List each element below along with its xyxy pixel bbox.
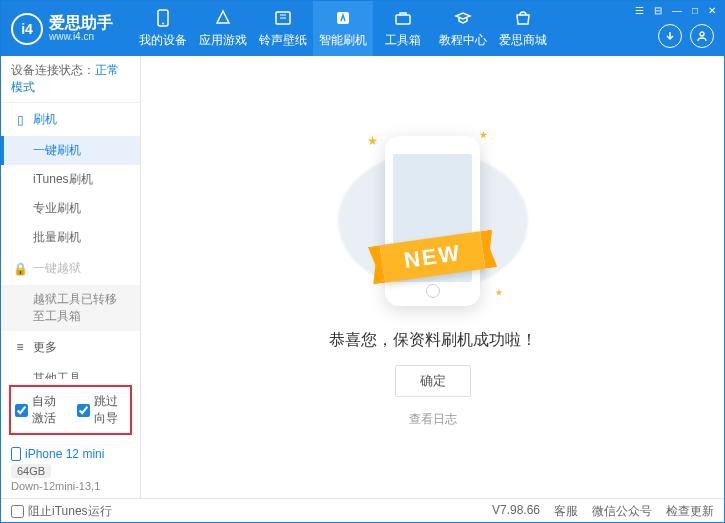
svg-rect-4 — [396, 15, 410, 24]
app-header: i4 爱思助手 www.i4.cn 我的设备 应用游戏 铃声壁纸 智能刷机 工具… — [1, 1, 724, 56]
conn-label: 设备连接状态： — [11, 63, 95, 77]
menu-icon[interactable]: ☰ — [635, 5, 644, 16]
brand-subtitle: www.i4.cn — [49, 31, 113, 42]
success-illustration: NEW — [358, 126, 508, 316]
sidebar-item-itunes[interactable]: iTunes刷机 — [1, 165, 140, 194]
group-label: 更多 — [33, 339, 57, 356]
device-phone-icon — [11, 447, 21, 461]
customer-service-link[interactable]: 客服 — [554, 503, 578, 520]
jailbreak-notice: 越狱工具已转移至工具箱 — [1, 285, 140, 331]
store-icon — [513, 8, 533, 28]
nav-label: 铃声壁纸 — [259, 32, 307, 49]
tutorial-icon — [453, 8, 473, 28]
maximize-icon[interactable]: □ — [692, 5, 698, 16]
device-model: Down-12mini-13,1 — [11, 480, 130, 492]
nav-label: 智能刷机 — [319, 32, 367, 49]
download-icon[interactable] — [658, 24, 682, 48]
device-capacity: 64GB — [11, 464, 51, 478]
sidebar-group-more[interactable]: ≡ 更多 — [1, 331, 140, 364]
lock-icon: 🔒 — [13, 262, 27, 276]
svg-point-5 — [700, 32, 704, 36]
pin-icon[interactable]: ⊟ — [654, 5, 662, 16]
more-icon: ≡ — [13, 340, 27, 354]
skip-guide-checkbox[interactable] — [77, 404, 90, 417]
nav-store[interactable]: 爱思商城 — [493, 1, 553, 56]
minimize-icon[interactable]: ― — [672, 5, 682, 16]
sidebar-item-batch[interactable]: 批量刷机 — [1, 223, 140, 252]
sidebar: 设备连接状态：正常模式 ▯ 刷机 一键刷机 iTunes刷机 专业刷机 批量刷机… — [1, 56, 141, 498]
check-update-link[interactable]: 检查更新 — [666, 503, 714, 520]
view-log-link[interactable]: 查看日志 — [409, 411, 457, 428]
nav-flash[interactable]: 智能刷机 — [313, 1, 373, 56]
nav-ringtone[interactable]: 铃声壁纸 — [253, 1, 313, 56]
check-auto-activate[interactable]: 自动激活 — [15, 393, 65, 427]
logo-icon: i4 — [11, 13, 43, 45]
block-itunes-label: 阻止iTunes运行 — [28, 503, 112, 520]
nav-label: 爱思商城 — [499, 32, 547, 49]
svg-point-1 — [162, 23, 164, 25]
check-skip-guide[interactable]: 跳过向导 — [77, 393, 127, 427]
sidebar-item-pro[interactable]: 专业刷机 — [1, 194, 140, 223]
brand-logo: i4 爱思助手 www.i4.cn — [11, 13, 113, 45]
version-label: V7.98.66 — [492, 503, 540, 520]
device-info[interactable]: iPhone 12 mini 64GB Down-12mini-13,1 — [1, 441, 140, 498]
block-itunes[interactable]: 阻止iTunes运行 — [11, 503, 112, 520]
confirm-button[interactable]: 确定 — [395, 365, 471, 397]
sidebar-group-flash[interactable]: ▯ 刷机 — [1, 103, 140, 136]
toolbox-icon — [393, 8, 413, 28]
sidebar-item-other[interactable]: 其他工具 — [1, 364, 140, 379]
main-content: NEW 恭喜您，保资料刷机成功啦！ 确定 查看日志 — [141, 56, 724, 498]
wallpaper-icon — [273, 8, 293, 28]
nav-label: 我的设备 — [139, 32, 187, 49]
nav-toolbox[interactable]: 工具箱 — [373, 1, 433, 56]
nav-label: 教程中心 — [439, 32, 487, 49]
user-icon[interactable] — [690, 24, 714, 48]
close-icon[interactable]: ✕ — [708, 5, 716, 16]
group-label: 一键越狱 — [33, 260, 81, 277]
window-controls: ☰ ⊟ ― □ ✕ — [635, 5, 716, 16]
phone-icon — [153, 8, 173, 28]
header-actions — [658, 24, 714, 48]
check-label: 跳过向导 — [94, 393, 127, 427]
nav-apps[interactable]: 应用游戏 — [193, 1, 253, 56]
connection-status: 设备连接状态：正常模式 — [1, 56, 140, 103]
nav-label: 工具箱 — [385, 32, 421, 49]
top-nav: 我的设备 应用游戏 铃声壁纸 智能刷机 工具箱 教程中心 爱思商城 — [133, 1, 553, 56]
options-highlight: 自动激活 跳过向导 — [9, 385, 132, 435]
group-label: 刷机 — [33, 111, 57, 128]
apps-icon — [213, 8, 233, 28]
auto-activate-checkbox[interactable] — [15, 404, 28, 417]
device-name: iPhone 12 mini — [11, 447, 130, 461]
check-label: 自动激活 — [32, 393, 65, 427]
wechat-link[interactable]: 微信公众号 — [592, 503, 652, 520]
nav-tutorial[interactable]: 教程中心 — [433, 1, 493, 56]
brand-title: 爱思助手 — [49, 15, 113, 31]
nav-label: 应用游戏 — [199, 32, 247, 49]
sidebar-item-oneclick[interactable]: 一键刷机 — [1, 136, 140, 165]
flash-icon — [333, 8, 353, 28]
success-message: 恭喜您，保资料刷机成功啦！ — [329, 330, 537, 351]
sidebar-group-jailbreak[interactable]: 🔒 一键越狱 — [1, 252, 140, 285]
block-itunes-checkbox[interactable] — [11, 505, 24, 518]
footer-bar: 阻止iTunes运行 V7.98.66 客服 微信公众号 检查更新 — [1, 498, 724, 523]
nav-my-device[interactable]: 我的设备 — [133, 1, 193, 56]
phone-small-icon: ▯ — [13, 113, 27, 127]
